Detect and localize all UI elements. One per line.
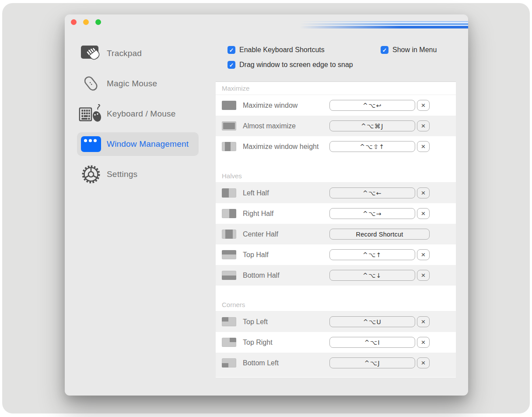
zone-bottom-left-icon	[222, 358, 236, 368]
shortcut-row-label: Maximize window	[243, 102, 329, 110]
shortcut-list: MaximizeMaximize window^⌥↩×Almost maximi…	[216, 81, 456, 378]
record-shortcut-button[interactable]: Record Shortcut	[329, 229, 430, 240]
checkbox-checked-icon[interactable]: ✓	[228, 61, 235, 69]
clear-shortcut-button[interactable]: ×	[417, 208, 430, 219]
shortcut-row-label: Maximize window height	[243, 143, 329, 151]
window-management-icon	[79, 136, 103, 152]
window-controls	[71, 19, 101, 25]
zoom-button[interactable]	[95, 19, 101, 25]
clear-shortcut-button[interactable]: ×	[417, 316, 430, 327]
sidebar-item-label: Settings	[107, 170, 137, 179]
shortcut-button[interactable]: ^⌥I	[329, 337, 415, 348]
toggle-label: Enable Keyboard Shortcuts	[239, 46, 325, 54]
close-x-icon: ×	[421, 251, 426, 258]
sidebar-item-window-management[interactable]: Window Management	[77, 132, 199, 156]
zone-bottom-half-icon	[222, 271, 236, 280]
toggle-label: Show in Menu	[392, 46, 437, 54]
toggle-show-in-menu[interactable]: ✓Show in Menu	[381, 46, 437, 54]
shortcut-row-label: Right Half	[243, 210, 329, 218]
toggle-drag-to-snap[interactable]: ✓Drag window to screen edge to snap	[228, 61, 353, 69]
clear-shortcut-button[interactable]: ×	[417, 141, 430, 152]
sidebar-item-magic-mouse[interactable]: Magic Mouse	[77, 72, 199, 95]
shortcut-row: Almost maximize^⌥⌘J×	[216, 116, 456, 136]
close-x-icon: ×	[421, 102, 426, 109]
shortcut-row-label: Almost maximize	[243, 122, 329, 130]
zone-top-half-icon	[222, 250, 236, 259]
zone-almost-icon	[222, 121, 236, 131]
keyboard-mouse-icon	[79, 104, 103, 124]
close-button[interactable]	[71, 19, 77, 25]
clear-shortcut-button[interactable]: ×	[417, 100, 430, 111]
partially-visible-next-row	[216, 373, 456, 377]
clear-shortcut-button[interactable]: ×	[417, 187, 430, 198]
screenshot-stage: TrackpadMagic MouseKeyboard / MouseWindo…	[0, 0, 532, 417]
shortcut-row: Maximize window^⌥↩×	[216, 95, 456, 116]
shortcut-row: Center HalfRecord Shortcut	[216, 224, 456, 244]
checkbox-checked-icon[interactable]: ✓	[381, 46, 388, 54]
shortcut-row-label: Bottom Left	[243, 359, 329, 367]
toggle-label: Drag window to screen edge to snap	[239, 61, 353, 69]
shortcut-row: Left Half^⌥←×	[216, 183, 456, 203]
close-x-icon: ×	[421, 122, 426, 130]
shortcut-button[interactable]: ^⌥↩	[329, 100, 415, 111]
close-x-icon: ×	[421, 189, 426, 197]
sidebar-item-label: Window Management	[107, 139, 189, 149]
minimize-button[interactable]	[83, 19, 89, 25]
shortcut-button[interactable]: ^⌥↑	[329, 249, 415, 260]
magic-mouse-icon	[79, 73, 103, 94]
shortcut-button[interactable]: ^⌥↓	[329, 270, 415, 281]
shortcut-button[interactable]: ^⌥→	[329, 208, 415, 219]
shortcut-button[interactable]: ^⌥U	[329, 316, 415, 327]
shortcut-row: Bottom Half^⌥↓×	[216, 265, 456, 286]
trackpad-icon	[79, 44, 103, 63]
clear-shortcut-button[interactable]: ×	[417, 357, 430, 368]
shortcut-row-label: Top Right	[243, 339, 329, 346]
clear-shortcut-button[interactable]: ×	[417, 120, 430, 131]
sidebar-item-keyboard-mouse[interactable]: Keyboard / Mouse	[77, 102, 199, 126]
zone-center-half-icon	[222, 230, 236, 239]
clear-shortcut-button[interactable]: ×	[417, 270, 430, 281]
close-x-icon: ×	[421, 210, 426, 217]
shortcut-row: Maximize window height^⌥⇧↑×	[216, 136, 456, 157]
shortcut-row-label: Center Half	[243, 230, 329, 238]
close-x-icon: ×	[421, 143, 426, 150]
sidebar-item-label: Keyboard / Mouse	[107, 109, 175, 119]
app-window: TrackpadMagic MouseKeyboard / MouseWindo…	[65, 14, 468, 396]
decorative-blue-stripes	[300, 21, 468, 28]
zone-right-half-icon	[222, 209, 236, 218]
close-x-icon: ×	[421, 359, 426, 367]
shortcut-button[interactable]: ^⌥←	[329, 187, 415, 198]
section-title: Corners	[216, 298, 456, 311]
zone-top-right-icon	[222, 338, 236, 347]
zone-full-icon	[222, 101, 236, 110]
shortcut-row-label: Top Half	[243, 251, 329, 259]
section-gap	[216, 286, 456, 298]
shortcut-row: Top Left^⌥U×	[216, 311, 456, 332]
section-title: Halves	[216, 170, 456, 183]
shortcut-row-label: Top Left	[243, 318, 329, 326]
clear-shortcut-button[interactable]: ×	[417, 337, 430, 348]
zone-left-half-icon	[222, 188, 236, 198]
close-x-icon: ×	[421, 272, 426, 279]
sidebar-item-trackpad[interactable]: Trackpad	[77, 42, 199, 65]
clear-shortcut-button[interactable]: ×	[417, 249, 430, 260]
shortcut-row: Top Right^⌥I×	[216, 332, 456, 353]
section-gap	[216, 157, 456, 170]
shortcut-row: Top Half^⌥↑×	[216, 244, 456, 265]
shortcut-row-label: Left Half	[243, 189, 329, 197]
sidebar-item-settings[interactable]: Settings	[77, 163, 199, 186]
toggle-enable-keyboard-shortcuts[interactable]: ✓Enable Keyboard Shortcuts	[228, 46, 325, 54]
shortcut-button[interactable]: ^⌥J	[329, 357, 415, 368]
gear-icon	[79, 164, 103, 185]
shortcut-button[interactable]: ^⌥⇧↑	[329, 141, 415, 152]
shortcut-button[interactable]: ^⌥⌘J	[329, 120, 415, 131]
checkbox-checked-icon[interactable]: ✓	[228, 46, 235, 54]
close-x-icon: ×	[421, 318, 426, 325]
shortcut-row: Right Half^⌥→×	[216, 203, 456, 224]
shortcut-row: Bottom Left^⌥J×	[216, 353, 456, 373]
shortcut-row-label: Bottom Half	[243, 272, 329, 279]
sidebar-item-label: Trackpad	[107, 49, 142, 58]
zone-height-icon	[222, 142, 236, 151]
sidebar: TrackpadMagic MouseKeyboard / MouseWindo…	[77, 42, 199, 193]
close-x-icon: ×	[421, 339, 426, 346]
